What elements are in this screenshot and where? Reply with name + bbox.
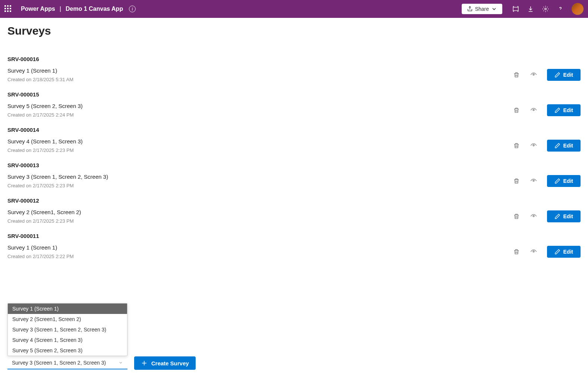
survey-type-dropdown[interactable]: Survey 3 (Screen 1, Screen 2, Screen 3) <box>7 357 127 369</box>
pencil-icon <box>554 72 560 78</box>
survey-created: Created on 2/17/2025 2:23 PM <box>7 147 513 153</box>
share-label: Share <box>475 6 489 12</box>
survey-type-dropdown-wrapper: Survey 1 (Screen 1)Survey 2 (Screen1, Sc… <box>7 357 127 369</box>
survey-created: Created on 2/18/2025 5:31 AM <box>7 77 513 82</box>
page-title: Surveys <box>7 25 581 37</box>
survey-item: SRV-000013 Survey 3 (Screen 1, Screen 2,… <box>7 162 581 188</box>
survey-name: Survey 5 (Screen 2, Screen 3) <box>7 103 513 109</box>
dropdown-selected-value: Survey 3 (Screen 1, Screen 2, Screen 3) <box>12 360 106 366</box>
header-title: Power Apps | Demo 1 Canvas App <box>21 6 123 12</box>
survey-id: SRV-000014 <box>7 127 581 133</box>
pencil-icon <box>554 249 560 255</box>
edit-button[interactable]: Edit <box>547 246 581 258</box>
survey-name: Survey 4 (Screen 1, Screen 3) <box>7 138 513 144</box>
help-icon[interactable] <box>553 1 568 16</box>
survey-id: SRV-000012 <box>7 197 581 204</box>
survey-id: SRV-000013 <box>7 162 581 168</box>
edit-button[interactable]: Edit <box>547 140 581 152</box>
survey-item: SRV-000012 Survey 2 (Screen1, Screen 2) … <box>7 197 581 224</box>
svg-rect-0 <box>513 7 518 11</box>
pencil-icon <box>554 213 560 219</box>
edit-button[interactable]: Edit <box>547 210 581 222</box>
chevron-down-icon <box>491 6 497 12</box>
share-icon <box>467 6 473 12</box>
app-header: Power Apps | Demo 1 Canvas App i Share <box>0 0 588 18</box>
svg-point-6 <box>533 215 534 217</box>
delete-icon[interactable] <box>513 71 520 79</box>
preview-icon[interactable] <box>530 142 537 149</box>
app-name[interactable]: Power Apps <box>21 6 55 12</box>
survey-created: Created on 2/17/2025 2:24 PM <box>7 112 513 118</box>
delete-icon[interactable] <box>513 107 520 114</box>
chevron-down-icon <box>118 360 123 365</box>
delete-icon[interactable] <box>513 248 520 255</box>
avatar[interactable] <box>572 3 584 15</box>
bottom-bar: Survey 1 (Screen 1)Survey 2 (Screen1, Sc… <box>7 356 196 370</box>
edit-button[interactable]: Edit <box>547 69 581 81</box>
edit-label: Edit <box>563 72 573 78</box>
dropdown-options: Survey 1 (Screen 1)Survey 2 (Screen1, Sc… <box>7 303 127 356</box>
pencil-icon <box>554 107 560 113</box>
dropdown-option[interactable]: Survey 5 (Screen 2, Screen 3) <box>8 345 127 356</box>
survey-created: Created on 2/17/2025 2:23 PM <box>7 183 513 188</box>
waffle-icon[interactable] <box>4 5 12 13</box>
preview-icon[interactable] <box>530 248 537 255</box>
edit-label: Edit <box>563 107 573 113</box>
survey-id: SRV-000016 <box>7 56 581 62</box>
survey-id: SRV-000011 <box>7 233 581 239</box>
pencil-icon <box>554 178 560 184</box>
survey-name: Survey 3 (Screen 1, Screen 2, Screen 3) <box>7 174 513 180</box>
preview-icon[interactable] <box>530 107 537 114</box>
dropdown-option[interactable]: Survey 2 (Screen1, Screen 2) <box>8 314 127 324</box>
delete-icon[interactable] <box>513 142 520 149</box>
title-divider: | <box>60 6 61 12</box>
survey-name: Survey 1 (Screen 1) <box>7 244 513 251</box>
dropdown-option[interactable]: Survey 3 (Screen 1, Screen 2, Screen 3) <box>8 324 127 335</box>
edit-label: Edit <box>563 249 573 255</box>
svg-point-7 <box>533 251 534 252</box>
svg-point-2 <box>533 74 534 75</box>
edit-label: Edit <box>563 143 573 149</box>
survey-item: SRV-000011 Survey 1 (Screen 1) Created o… <box>7 233 581 259</box>
survey-item: SRV-000016 Survey 1 (Screen 1) Created o… <box>7 56 581 82</box>
pencil-icon <box>554 143 560 149</box>
preview-icon[interactable] <box>530 177 537 185</box>
preview-icon[interactable] <box>530 71 537 79</box>
create-label: Create Survey <box>151 360 189 366</box>
svg-point-4 <box>533 144 534 146</box>
edit-button[interactable]: Edit <box>547 104 581 116</box>
delete-icon[interactable] <box>513 213 520 220</box>
survey-created: Created on 2/17/2025 2:23 PM <box>7 218 513 224</box>
settings-icon[interactable] <box>538 1 553 16</box>
create-survey-button[interactable]: Create Survey <box>134 356 196 370</box>
plus-icon <box>141 360 148 366</box>
svg-point-5 <box>533 180 534 181</box>
share-button[interactable]: Share <box>462 4 502 14</box>
dropdown-option[interactable]: Survey 4 (Screen 1, Screen 3) <box>8 335 127 345</box>
survey-item: SRV-000015 Survey 5 (Screen 2, Screen 3)… <box>7 91 581 118</box>
svg-point-1 <box>545 8 547 10</box>
survey-list: SRV-000016 Survey 1 (Screen 1) Created o… <box>7 56 581 259</box>
survey-id: SRV-000015 <box>7 91 581 98</box>
info-icon[interactable]: i <box>129 6 136 12</box>
survey-item: SRV-000014 Survey 4 (Screen 1, Screen 3)… <box>7 127 581 153</box>
survey-created: Created on 2/17/2025 2:22 PM <box>7 254 513 259</box>
app-title: Demo 1 Canvas App <box>66 6 123 12</box>
fit-screen-icon[interactable] <box>508 1 523 16</box>
dropdown-option[interactable]: Survey 1 (Screen 1) <box>8 304 127 314</box>
survey-name: Survey 1 (Screen 1) <box>7 67 513 74</box>
edit-label: Edit <box>563 213 573 219</box>
edit-button[interactable]: Edit <box>547 175 581 187</box>
content-area: Surveys SRV-000016 Survey 1 (Screen 1) C… <box>0 18 588 275</box>
delete-icon[interactable] <box>513 177 520 185</box>
edit-label: Edit <box>563 178 573 184</box>
download-icon[interactable] <box>523 1 538 16</box>
svg-point-3 <box>533 109 534 111</box>
survey-name: Survey 2 (Screen1, Screen 2) <box>7 209 513 215</box>
preview-icon[interactable] <box>530 213 537 220</box>
